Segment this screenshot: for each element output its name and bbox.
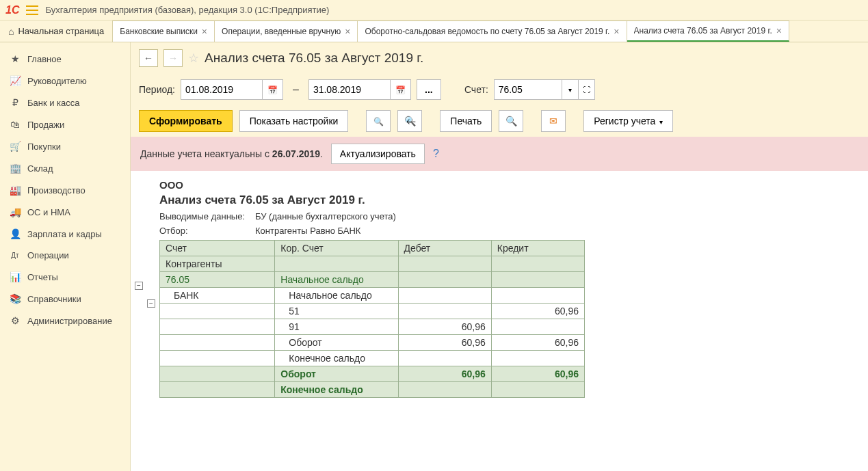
sidebar-item-bank[interactable]: ₽Банк и касса: [0, 92, 130, 113]
date-from-calendar-button[interactable]: [263, 79, 283, 100]
chart-icon: 📈: [10, 75, 21, 86]
tree-toggle-2[interactable]: −: [147, 299, 155, 308]
back-button[interactable]: ←: [139, 49, 158, 67]
page-title: Анализ счета 76.05 за Август 2019 г.: [205, 51, 423, 66]
star-icon: ★: [10, 53, 21, 64]
sidebar-item-production[interactable]: 🏭Производство: [0, 179, 130, 201]
cell-total-final: Конечное сальдо: [275, 382, 398, 398]
chevron-down-icon: [659, 116, 663, 126]
meta-filter-label: Отбор:: [159, 226, 255, 236]
cell-total-c: 60,96: [491, 366, 584, 382]
close-icon[interactable]: ×: [202, 26, 207, 37]
actualize-button[interactable]: Актуализировать: [331, 144, 425, 164]
building-icon: 🏢: [10, 163, 21, 174]
sidebar-item-reports[interactable]: 📊Отчеты: [0, 266, 130, 288]
home-tab[interactable]: ⌂ Начальная страница: [0, 21, 113, 42]
account-label: Счет:: [464, 84, 488, 95]
burger-menu-icon[interactable]: [26, 5, 38, 15]
tab-account-analysis[interactable]: Анализ счета 76.05 за Август 2019 г. ×: [627, 21, 789, 42]
account-dropdown-button[interactable]: [562, 79, 579, 100]
expand-icon: [583, 85, 590, 94]
calendar-icon: [267, 85, 278, 95]
sidebar: ★Главное 📈Руководителю ₽Банк и касса 🛍Пр…: [0, 42, 130, 471]
sidebar-item-main[interactable]: ★Главное: [0, 48, 130, 70]
sidebar-item-sales[interactable]: 🛍Продажи: [0, 113, 130, 135]
cell-turnover-d: 60,96: [398, 335, 491, 351]
form-button[interactable]: Сформировать: [139, 110, 233, 132]
gear-icon: ⚙: [10, 315, 21, 326]
barchart-icon: 📊: [10, 271, 21, 282]
tree-toggle-1[interactable]: −: [135, 282, 143, 290]
search-button[interactable]: [366, 110, 391, 132]
cell-91-debit: 60,96: [398, 319, 491, 335]
print-preview-button[interactable]: 🔍: [499, 110, 523, 132]
sidebar-item-manager[interactable]: 📈Руководителю: [0, 70, 130, 92]
dtkt-icon: Дт: [10, 252, 21, 259]
sidebar-item-assets[interactable]: 🚚ОС и НМА: [0, 201, 130, 223]
tab-turnover-balance[interactable]: Оборотно-сальдовая ведомость по счету 76…: [358, 21, 627, 42]
ruble-icon: ₽: [10, 97, 21, 108]
meta-data-label: Выводимые данные:: [159, 211, 255, 221]
search-arrow-icon: 🔍⃪: [404, 116, 416, 127]
search-icon: [373, 116, 384, 126]
sidebar-item-references[interactable]: 📚Справочники: [0, 288, 130, 310]
cell-acct: 76.05: [160, 272, 275, 288]
logo-1c: 1C: [5, 4, 19, 16]
help-icon[interactable]: ?: [433, 148, 439, 160]
tab-bank-statements[interactable]: Банковские выписки ×: [113, 21, 215, 42]
close-icon[interactable]: ×: [614, 26, 619, 37]
period-select-button[interactable]: ...: [417, 79, 441, 100]
sidebar-item-admin[interactable]: ⚙Администрирование: [0, 310, 130, 332]
sidebar-item-purchases[interactable]: 🛒Покупки: [0, 135, 130, 157]
date-to-calendar-button[interactable]: [391, 79, 411, 100]
period-label: Период:: [139, 84, 175, 95]
date-to-input[interactable]: [308, 79, 391, 100]
preview-icon: 🔍: [505, 116, 517, 126]
show-settings-button[interactable]: Показать настройки: [239, 110, 349, 132]
col-counterparties: Контрагенты: [160, 256, 275, 272]
cell-total-d: 60,96: [398, 366, 491, 382]
close-icon[interactable]: ×: [345, 26, 350, 37]
close-icon[interactable]: ×: [776, 25, 782, 36]
col-credit: Кредит: [491, 241, 584, 256]
print-button[interactable]: Печать: [440, 110, 492, 132]
cell-bank: БАНК: [160, 288, 275, 304]
warning-text: Данные учета неактуальны с 26.07.2019.: [140, 148, 323, 159]
home-tab-label: Начальная страница: [18, 26, 104, 36]
mail-icon: [549, 116, 557, 126]
sidebar-item-operations[interactable]: ДтОперации: [0, 245, 130, 266]
report-table: СчетКор. СчетДебетКредит Контрагенты 76.…: [159, 240, 585, 398]
chevron-down-icon: [568, 85, 572, 94]
date-from-input[interactable]: [181, 79, 263, 100]
cell-final: Конечное сальдо: [275, 351, 398, 366]
col-debit: Дебет: [398, 241, 491, 256]
home-icon: ⌂: [8, 26, 14, 37]
favorite-star-icon[interactable]: ☆: [188, 51, 199, 66]
tab-manual-operations[interactable]: Операции, введенные вручную ×: [215, 21, 358, 42]
account-expand-button[interactable]: [579, 79, 595, 100]
report-area: − − ООО Анализ счета 76.05 за Август 201…: [131, 171, 868, 471]
forward-button[interactable]: →: [163, 49, 183, 67]
account-input[interactable]: [494, 79, 562, 100]
meta-filter-value: Контрагенты Равно БАНК: [255, 226, 360, 236]
report-org: ООО: [159, 179, 868, 191]
cell-turnover: Оборот: [275, 335, 398, 351]
factory-icon: 🏭: [10, 185, 21, 196]
warning-bar: Данные учета неактуальны с 26.07.2019. А…: [131, 137, 868, 171]
email-button[interactable]: [541, 110, 566, 132]
page-header: ← → ☆ Анализ счета 76.05 за Август 2019 …: [131, 42, 868, 74]
cell-total-turnover: Оборот: [275, 366, 398, 382]
calendar-icon: [395, 85, 406, 95]
search-back-button[interactable]: 🔍⃪: [397, 110, 422, 132]
person-icon: 👤: [10, 228, 21, 239]
sidebar-item-hr[interactable]: 👤Зарплата и кадры: [0, 223, 130, 245]
truck-icon: 🚚: [10, 206, 21, 217]
register-button[interactable]: Регистр учета: [583, 110, 673, 132]
report-title: Анализ счета 76.05 за Август 2019 г.: [159, 193, 868, 207]
params-row: Период: – ... Счет:: [131, 74, 868, 105]
sidebar-item-warehouse[interactable]: 🏢Склад: [0, 157, 130, 179]
tabs-bar: ⌂ Начальная страница Банковские выписки …: [0, 21, 868, 42]
cart-icon: 🛒: [10, 141, 21, 152]
meta-data-value: БУ (данные бухгалтерского учета): [255, 211, 396, 221]
col-cor: Кор. Счет: [275, 241, 398, 256]
